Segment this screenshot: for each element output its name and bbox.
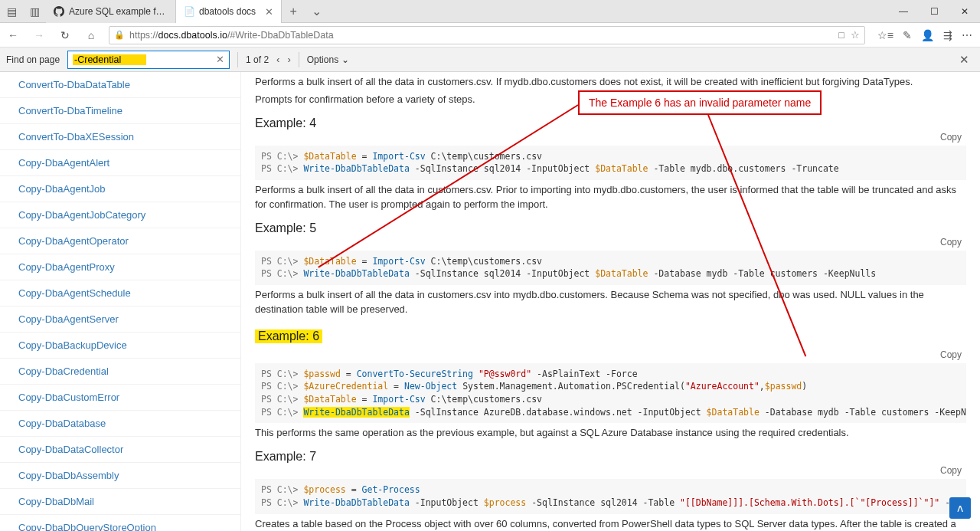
sidebar: ConvertTo-DbaDataTable ConvertTo-DbaTime… [0, 72, 241, 531]
notes-icon[interactable]: ✎ [903, 29, 912, 41]
sidebar-item[interactable]: Copy-DbaAgentOperator [0, 228, 240, 254]
find-next-button[interactable]: › [287, 54, 290, 65]
sidebar-item[interactable]: Copy-DbaDbQueryStoreOption [0, 515, 240, 531]
example-7-heading: Example: 7 [255, 450, 966, 464]
back-button[interactable]: ← [0, 29, 26, 41]
new-tab-button[interactable]: + [282, 0, 305, 22]
close-find-button[interactable]: ✕ [955, 53, 974, 67]
tab-dbatools[interactable]: 📄 dbatools docs ✕ [176, 0, 282, 23]
example-5-desc: Performs a bulk insert of all the data i… [255, 288, 966, 317]
find-options-dropdown[interactable]: Options ⌄ [307, 54, 349, 65]
sidebar-item[interactable]: Copy-DbaCustomError [0, 385, 240, 411]
copy-button[interactable]: Copy [940, 465, 962, 476]
sidebar-item[interactable]: Copy-DbaDataCollector [0, 437, 240, 463]
sidebar-item[interactable]: Copy-DbaAgentAlert [0, 150, 240, 176]
sidebar-item[interactable]: Copy-DbaBackupDevice [0, 333, 240, 359]
copy-button[interactable]: Copy [940, 349, 962, 360]
example-5-heading: Example: 5 [255, 221, 966, 235]
home-button[interactable]: ⌂ [78, 29, 104, 41]
sidebar-item[interactable]: Copy-DbaAgentProxy [0, 254, 240, 280]
options-label: Options [307, 54, 338, 65]
forward-button: → [26, 29, 52, 41]
window-titlebar: ▤ ▥ Azure SQL example for Writ 📄 dbatool… [0, 0, 980, 23]
sidebar-item[interactable]: Copy-DbaAgentJobCategory [0, 202, 240, 228]
close-window-button[interactable]: ✕ [949, 0, 980, 22]
chevron-down-icon: ⌄ [341, 54, 349, 65]
sidebar-item[interactable]: Copy-DbaAgentSchedule [0, 280, 240, 306]
sidebar-item[interactable]: Copy-DbaCredential [0, 359, 240, 385]
sidebar-item[interactable]: Copy-DbaDatabase [0, 411, 240, 437]
minimize-button[interactable]: — [888, 0, 919, 22]
find-bar: Find on page -Credential ✕ 1 of 2 ‹ › Op… [0, 48, 980, 72]
tab-label: Azure SQL example for Writ [69, 6, 168, 17]
url-host: docs.dbatools.io [158, 30, 227, 41]
lock-icon: 🔒 [114, 30, 125, 40]
code-block-ex6[interactable]: PS C:\> $passwd = ConvertTo-SecureString… [255, 363, 966, 424]
example-6-desc: This performs the same operation as the … [255, 426, 966, 441]
code-block-ex4[interactable]: PS C:\> $DataTable = Import-Csv C:\temp\… [255, 146, 966, 180]
sidebar-item[interactable]: Copy-DbaDbMail [0, 489, 240, 515]
url-scheme: https:// [129, 30, 158, 41]
find-count: 1 of 2 [246, 54, 269, 65]
code-block-ex5[interactable]: PS C:\> $DataTable = Import-Csv C:\temp\… [255, 251, 966, 285]
find-text: -Credential [73, 54, 146, 65]
address-bar: ← → ↻ ⌂ 🔒 https://docs.dbatools.io/#Writ… [0, 23, 980, 48]
copy-button[interactable]: Copy [940, 132, 962, 143]
find-prev-button[interactable]: ‹ [276, 54, 279, 65]
sidebar-item[interactable]: Copy-DbaAgentJob [0, 176, 240, 202]
star-icon[interactable]: ☆ [851, 29, 860, 41]
clear-find-icon[interactable]: ✕ [216, 54, 224, 65]
sidebar-item[interactable]: ConvertTo-DbaTimeline [0, 98, 240, 124]
favorites-icon[interactable]: ☆≡ [877, 29, 893, 41]
example-6-heading: Example: 6 [255, 329, 322, 343]
copy-button[interactable]: Copy [940, 237, 962, 247]
intro-text: Performs a bulk insert of all the data i… [255, 75, 966, 90]
set-aside-icon[interactable]: ▥ [23, 5, 46, 18]
page-icon: 📄 [184, 6, 194, 17]
sidebar-item[interactable]: ConvertTo-DbaXESession [0, 124, 240, 150]
close-tab-icon[interactable]: ✕ [265, 6, 273, 18]
find-label: Find on page [6, 54, 60, 65]
more-icon[interactable]: ⋯ [962, 29, 972, 41]
code-block-ex7[interactable]: PS C:\> $process = Get-Process PS C:\> W… [255, 479, 966, 513]
example-4-heading: Example: 4 [255, 116, 966, 130]
share-icon[interactable]: ⇶ [943, 29, 952, 41]
main-content: Performs a bulk insert of all the data i… [241, 72, 980, 531]
scroll-top-button[interactable]: ʌ [949, 497, 971, 519]
url-path: /#Write-DbaDbTableData [227, 30, 334, 41]
reload-button[interactable]: ↻ [52, 29, 78, 41]
example-4-desc: Performs a bulk insert of all the data i… [255, 183, 966, 212]
sidebar-item[interactable]: ConvertTo-DbaDataTable [0, 72, 240, 98]
find-input[interactable]: -Credential ✕ [67, 51, 230, 69]
tab-github[interactable]: Azure SQL example for Writ [46, 0, 176, 23]
sidebar-item[interactable]: Copy-DbaAgentServer [0, 306, 240, 333]
annotation-callout: The Example 6 has an invalid parameter n… [578, 90, 822, 115]
profile-icon[interactable]: 👤 [921, 29, 934, 41]
github-icon [54, 6, 64, 17]
reading-view-icon[interactable]: □ [838, 30, 844, 41]
tab-actions-icon[interactable]: ▤ [0, 5, 23, 18]
url-input[interactable]: 🔒 https://docs.dbatools.io/#Write-DbaDbT… [109, 26, 865, 44]
maximize-button[interactable]: ☐ [919, 0, 949, 22]
sidebar-item[interactable]: Copy-DbaDbAssembly [0, 463, 240, 489]
ex7-desc: Creates a table based on the Process obj… [255, 517, 966, 531]
tab-label: dbatools docs [199, 6, 256, 17]
tab-caret-icon[interactable]: ⌄ [305, 0, 328, 22]
